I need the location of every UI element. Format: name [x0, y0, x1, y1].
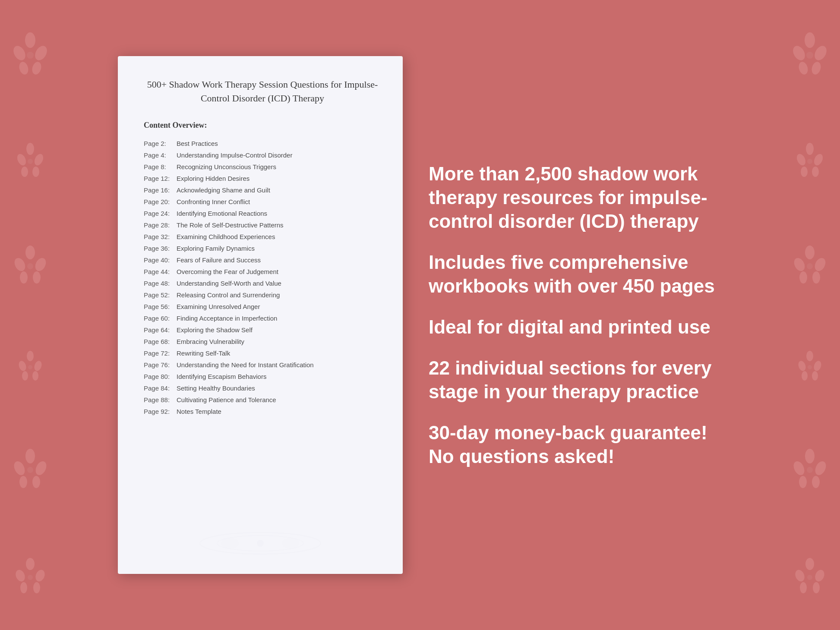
toc-page-number: Page 60: [144, 315, 174, 322]
toc-page-number: Page 52: [144, 291, 174, 299]
toc-page-number: Page 44: [144, 268, 174, 275]
table-row: Page 12:Exploring Hidden Desires [144, 173, 381, 184]
table-of-contents: Page 2:Best PracticesPage 4:Understandin… [144, 138, 381, 417]
toc-description: Understanding Self-Worth and Value [177, 280, 281, 287]
toc-page-number: Page 8: [144, 163, 174, 170]
toc-description: Setting Healthy Boundaries [177, 384, 255, 392]
toc-page-number: Page 12: [144, 175, 174, 182]
toc-description: Overcoming the Fear of Judgement [177, 268, 278, 275]
document-title: 500+ Shadow Work Therapy Session Questio… [144, 78, 381, 105]
table-row: Page 52:Releasing Control and Surrenderi… [144, 289, 381, 301]
table-row: Page 8:Recognizing Unconscious Triggers [144, 161, 381, 173]
table-row: Page 28:The Role of Self-Destructive Pat… [144, 219, 381, 231]
main-content: 500+ Shadow Work Therapy Session Questio… [0, 0, 840, 630]
table-row: Page 72:Rewriting Self-Talk [144, 347, 381, 359]
feature-text-3: Ideal for digital and printed use [429, 315, 722, 339]
table-row: Page 16:Acknowledging Shame and Guilt [144, 184, 381, 196]
toc-description: The Role of Self-Destructive Patterns [177, 221, 284, 229]
toc-page-number: Page 28: [144, 221, 174, 229]
table-row: Page 40:Fears of Failure and Success [144, 254, 381, 266]
table-row: Page 56:Examining Unresolved Anger [144, 301, 381, 312]
document-panel: 500+ Shadow Work Therapy Session Questio… [118, 56, 403, 574]
table-row: Page 2:Best Practices [144, 138, 381, 149]
toc-page-number: Page 72: [144, 350, 174, 357]
toc-description: Acknowledging Shame and Guilt [177, 186, 270, 194]
toc-page-number: Page 4: [144, 151, 174, 159]
toc-page-number: Page 92: [144, 408, 174, 415]
table-row: Page 44:Overcoming the Fear of Judgement [144, 266, 381, 277]
toc-description: Exploring the Shadow Self [177, 326, 253, 334]
toc-page-number: Page 76: [144, 361, 174, 369]
table-row: Page 60:Finding Acceptance in Imperfecti… [144, 312, 381, 324]
svg-point-75 [221, 538, 239, 548]
toc-description: Examining Unresolved Anger [177, 303, 260, 310]
toc-page-number: Page 80: [144, 373, 174, 380]
toc-description: Cultivating Patience and Tolerance [177, 396, 276, 403]
toc-description: Identifying Emotional Reactions [177, 210, 267, 217]
toc-description: Notes Template [177, 408, 221, 415]
toc-page-number: Page 16: [144, 186, 174, 194]
doc-watermark [196, 530, 325, 561]
table-row: Page 80:Identifying Escapism Behaviors [144, 371, 381, 382]
feature-text-2: Includes five comprehensive workbooks wi… [429, 250, 722, 298]
toc-description: Embracing Vulnerability [177, 338, 244, 345]
toc-description: Confronting Inner Conflict [177, 198, 250, 205]
table-row: Page 88:Cultivating Patience and Toleran… [144, 394, 381, 406]
table-row: Page 20:Confronting Inner Conflict [144, 196, 381, 208]
table-row: Page 76:Understanding the Need for Insta… [144, 359, 381, 371]
toc-description: Fears of Failure and Success [177, 256, 261, 264]
toc-page-number: Page 20: [144, 198, 174, 205]
toc-description: Examining Childhood Experiences [177, 233, 275, 240]
table-row: Page 32:Examining Childhood Experiences [144, 231, 381, 243]
table-row: Page 4:Understanding Impulse-Control Dis… [144, 149, 381, 161]
toc-page-number: Page 36: [144, 245, 174, 252]
table-row: Page 24:Identifying Emotional Reactions [144, 208, 381, 219]
toc-page-number: Page 40: [144, 256, 174, 264]
toc-description: Understanding Impulse-Control Disorder [177, 151, 292, 159]
toc-description: Rewriting Self-Talk [177, 350, 230, 357]
table-row: Page 48:Understanding Self-Worth and Val… [144, 277, 381, 289]
content-overview-label: Content Overview: [144, 121, 381, 130]
features-panel: More than 2,500 shadow work therapy reso… [429, 153, 722, 477]
toc-description: Exploring Family Dynamics [177, 245, 255, 252]
toc-page-number: Page 88: [144, 396, 174, 403]
toc-description: Best Practices [177, 140, 218, 147]
toc-description: Exploring Hidden Desires [177, 175, 249, 182]
toc-description: Identifying Escapism Behaviors [177, 373, 266, 380]
feature-text-5: 30-day money-back guarantee! No question… [429, 421, 722, 468]
table-row: Page 68:Embracing Vulnerability [144, 336, 381, 347]
toc-description: Releasing Control and Surrendering [177, 291, 280, 299]
toc-description: Finding Acceptance in Imperfection [177, 315, 277, 322]
table-row: Page 92:Notes Template [144, 406, 381, 417]
toc-page-number: Page 24: [144, 210, 174, 217]
toc-description: Recognizing Unconscious Triggers [177, 163, 276, 170]
table-row: Page 84:Setting Healthy Boundaries [144, 382, 381, 394]
svg-point-74 [257, 540, 264, 547]
table-row: Page 64:Exploring the Shadow Self [144, 324, 381, 336]
feature-text-4: 22 individual sections for every stage i… [429, 356, 722, 403]
toc-page-number: Page 64: [144, 326, 174, 334]
toc-page-number: Page 56: [144, 303, 174, 310]
svg-point-76 [282, 538, 299, 548]
toc-page-number: Page 2: [144, 140, 174, 147]
table-row: Page 36:Exploring Family Dynamics [144, 243, 381, 254]
toc-page-number: Page 48: [144, 280, 174, 287]
toc-page-number: Page 84: [144, 384, 174, 392]
toc-description: Understanding the Need for Instant Grati… [177, 361, 314, 369]
toc-page-number: Page 68: [144, 338, 174, 345]
feature-text-1: More than 2,500 shadow work therapy reso… [429, 162, 722, 233]
toc-page-number: Page 32: [144, 233, 174, 240]
